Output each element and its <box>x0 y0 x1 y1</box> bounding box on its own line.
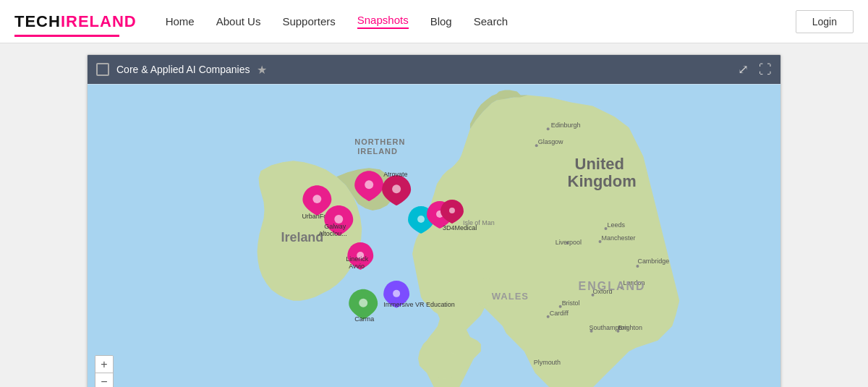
svg-text:Avvio: Avvio <box>349 263 365 270</box>
map-header: Core & Applied AI Companies ★ ⤢ ⛶ <box>88 55 780 84</box>
zoom-in-button[interactable]: + <box>95 356 113 373</box>
svg-text:NORTHERN: NORTHERN <box>354 137 405 146</box>
svg-text:Glasgow: Glasgow <box>538 138 563 145</box>
svg-text:Bristol: Bristol <box>562 299 580 307</box>
nav-about[interactable]: About Us <box>216 15 261 27</box>
nav-search[interactable]: Search <box>474 15 509 27</box>
expand-icon[interactable]: ⛶ <box>759 62 772 77</box>
svg-text:Kingdom: Kingdom <box>568 172 637 190</box>
svg-text:Atrovate: Atrovate <box>383 171 407 178</box>
nav-snapshots[interactable]: Snapshots <box>357 14 409 29</box>
svg-point-51 <box>393 290 400 297</box>
svg-point-10 <box>636 265 639 268</box>
nav-supporters[interactable]: Supporters <box>282 15 335 27</box>
login-button[interactable]: Login <box>796 10 854 33</box>
header: TECHIRELAND Home About Us Supporters Sna… <box>0 0 868 43</box>
svg-point-1 <box>547 127 550 130</box>
zoom-controls: + − <box>95 355 114 387</box>
svg-text:IRELAND: IRELAND <box>357 147 398 156</box>
svg-text:Immersive VR Education: Immersive VR Education <box>383 301 455 308</box>
map-star-icon[interactable]: ★ <box>257 63 267 77</box>
svg-point-42 <box>417 216 425 223</box>
logo-tech: TECH <box>14 12 61 31</box>
main-nav: Home About Us Supporters Snapshots Blog … <box>166 14 509 29</box>
svg-text:Southampton: Southampton <box>590 324 628 331</box>
svg-text:Ireland: Ireland <box>281 230 323 244</box>
map-title: Core & Applied AI Companies <box>116 64 250 75</box>
map-svg: Edinburgh Glasgow Leeds Liverpool Manche… <box>88 84 780 387</box>
svg-text:Plymouth: Plymouth <box>534 359 561 366</box>
svg-text:United: United <box>575 155 624 173</box>
nav-blog[interactable]: Blog <box>430 15 452 27</box>
svg-point-49 <box>359 299 367 307</box>
svg-text:Linerick: Linerick <box>346 255 368 263</box>
svg-text:WALES: WALES <box>492 291 529 302</box>
svg-text:Edinburgh: Edinburgh <box>551 122 581 129</box>
svg-point-34 <box>312 195 321 203</box>
share-icon[interactable]: ⤢ <box>738 61 749 77</box>
svg-text:ENGLAND: ENGLAND <box>579 280 646 292</box>
svg-text:Cambridge: Cambridge <box>637 258 669 265</box>
svg-point-36 <box>365 180 373 189</box>
svg-text:Cardiff: Cardiff <box>550 310 569 317</box>
map-header-left: Core & Applied AI Companies ★ <box>96 63 267 77</box>
logo-underline <box>14 35 119 37</box>
svg-point-37 <box>392 184 401 193</box>
map-container: Core & Applied AI Companies ★ ⤢ ⛶ <box>87 54 781 387</box>
nav-home[interactable]: Home <box>166 15 195 27</box>
svg-text:Manchester: Manchester <box>602 234 636 242</box>
zoom-out-button[interactable]: − <box>95 373 113 387</box>
svg-text:Galway: Galway <box>324 223 346 230</box>
svg-text:Carma: Carma <box>354 315 374 323</box>
logo-ireland: IRELAND <box>61 12 137 31</box>
svg-text:Altoclou...: Altoclou... <box>318 230 346 237</box>
svg-text:Liverpool: Liverpool <box>556 239 582 246</box>
svg-point-45 <box>449 208 455 213</box>
svg-text:3D4Medical: 3D4Medical <box>443 224 477 231</box>
map-icon <box>96 63 109 76</box>
map-area[interactable]: Edinburgh Glasgow Leeds Liverpool Manche… <box>88 84 780 387</box>
map-header-right: ⤢ ⛶ <box>738 61 772 77</box>
svg-text:Leeds: Leeds <box>608 221 626 229</box>
logo: TECHIRELAND <box>14 12 137 31</box>
